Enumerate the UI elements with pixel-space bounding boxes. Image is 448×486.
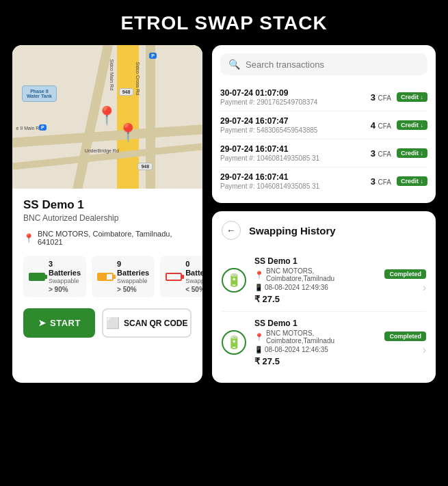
tx-right-2: 3 CFA Credit ↓ [371, 148, 427, 159]
battery-icon-yellow-fill [98, 274, 107, 280]
battery-card-yellow: 9 Batteries Swappable > 50% [92, 256, 155, 297]
tx-amount-0: 3 CFA [371, 92, 391, 103]
swap-header: ← Swapping History [222, 221, 426, 240]
tx-left-0: 30-07-24 01:07:09 Payment #: 29017625497… [220, 88, 317, 106]
battery-label-yellow: Swappable [117, 278, 149, 284]
swap-list: 🔋 SS Demo 1 📍 BNC MOTORS, Coimbatore,Tam… [222, 249, 426, 373]
main-panels: Phase IIWater Tank Sidco Main Rd Sidco C… [12, 45, 436, 383]
credit-badge-2: Credit ↓ [397, 148, 427, 158]
swap-info-0: SS Demo 1 📍 BNC MOTORS, Coimbatore,Tamil… [254, 256, 376, 304]
swap-price-1: ₹ 27.5 [254, 356, 376, 366]
battery-info-green: 3 Batteries Swappable > 90% [49, 260, 81, 293]
swap-item[interactable]: 🔋 SS Demo 1 📍 BNC MOTORS, Coimbatore,Tam… [222, 249, 426, 312]
tx-right-1: 4 CFA Credit ↓ [371, 120, 427, 131]
tx-payment-2: Payment #: 10460814935085 31 [220, 154, 319, 162]
swap-item[interactable]: 🔋 SS Demo 1 📍 BNC MOTORS, Coimbatore,Tam… [222, 312, 426, 373]
swap-time-icon-0: 📱 [254, 284, 263, 291]
map-road-sign-948-1: 948 [119, 88, 134, 96]
location-text: BNC MOTORS, Coimbatore, Tamilnadu, 64102… [38, 230, 192, 246]
credit-badge-1: Credit ↓ [397, 120, 427, 130]
swap-time-0: 08-08-2024 12:49:36 [265, 284, 328, 291]
scan-qr-icon: ⬜ [106, 316, 120, 329]
location-row: 📍 BNC MOTORS, Coimbatore, Tamilnadu, 641… [23, 230, 192, 246]
map-cross-label: Sidco Cross Rd [135, 62, 140, 96]
credit-badge-3: Credit ↓ [397, 176, 427, 186]
scan-label: SCAN QR CODE [124, 319, 187, 328]
map-water-tank-label: Phase IIWater Tank [22, 85, 57, 102]
tx-date-2: 29-07-24 16:07:41 [220, 144, 319, 154]
start-label: START [50, 318, 81, 328]
transactions-list: 30-07-24 01:07:09 Payment #: 29017625497… [220, 83, 427, 195]
battery-info-yellow: 9 Batteries Swappable > 50% [117, 260, 149, 293]
transaction-item[interactable]: 29-07-24 16:07:41 Payment #: 10460814935… [220, 139, 427, 167]
battery-pct-red: < 50% [185, 286, 202, 293]
swap-time-icon-1: 📱 [254, 346, 263, 353]
map-bus-badge-2: P [39, 124, 47, 131]
map-bus-badge-1: P [149, 53, 157, 59]
search-input[interactable] [246, 59, 419, 70]
swap-loc-pin-1: 📍 [254, 333, 264, 342]
swap-price-0: ₹ 27.5 [254, 294, 376, 304]
battery-count-green: 3 Batteries [49, 260, 81, 278]
battery-icon-red [166, 273, 182, 281]
app-title: ETROL SWAP STACK [120, 12, 327, 34]
location-pin-icon: 📍 [23, 233, 34, 243]
tx-date-3: 29-07-24 16:07:41 [220, 172, 319, 182]
completed-badge-1: Completed [384, 332, 426, 341]
tx-left-2: 29-07-24 16:07:41 Payment #: 10460814935… [220, 144, 319, 162]
map-pin-1: 📍 [96, 105, 118, 126]
map-underbridge-label: UnderBridge Rd [85, 148, 119, 153]
battery-label-green: Swappable [49, 278, 81, 284]
scan-qr-button[interactable]: ⬜ SCAN QR CODE [102, 308, 192, 338]
tx-date-0: 30-07-24 01:07:09 [220, 88, 317, 98]
battery-row: 3 Batteries Swappable > 90% 9 Batteries … [23, 256, 192, 297]
credit-badge-0: Credit ↓ [397, 92, 427, 102]
transaction-item[interactable]: 30-07-24 01:07:09 Payment #: 29017625497… [220, 83, 427, 111]
swap-info-1: SS Demo 1 📍 BNC MOTORS, Coimbatore,Tamil… [254, 319, 376, 366]
swap-title: Swapping History [249, 225, 336, 237]
map-road-sign-948-2: 948 [137, 163, 153, 170]
battery-card-red: 0 Batteries Swappable < 50% [160, 256, 202, 297]
completed-badge-0: Completed [384, 269, 426, 279]
station-info: SS Demo 1 BNC Autorized Dealership 📍 BNC… [12, 189, 202, 347]
tx-left-1: 29-07-24 16:07:47 Payment #: 54830654595… [220, 116, 317, 134]
start-button[interactable]: ➤ START [23, 308, 95, 338]
station-type: BNC Autorized Dealership [23, 213, 192, 223]
station-name: SS Demo 1 [23, 198, 192, 212]
search-bar[interactable]: 🔍 [220, 53, 427, 75]
swap-loc-row-0: 📍 BNC MOTORS, Coimbatore,Tamilnadu [254, 267, 376, 282]
left-panel: Phase IIWater Tank Sidco Main Rd Sidco C… [12, 45, 202, 383]
map-sidco-label: Sidco Main Rd [109, 59, 114, 90]
swap-chevron-icon-0: › [423, 282, 426, 294]
tx-amount-3: 3 CFA [371, 176, 391, 187]
tx-right-3: 3 CFA Credit ↓ [371, 176, 427, 187]
tx-amount-1: 4 CFA [371, 120, 391, 131]
battery-pct-green: > 90% [49, 286, 81, 293]
map-road-horizontal-2 [12, 143, 202, 170]
transaction-item[interactable]: 29-07-24 16:07:41 Payment #: 10460814935… [220, 167, 427, 195]
map-main-rd-label: e II Main Rd [16, 126, 42, 131]
swap-location-0: BNC MOTORS, Coimbatore,Tamilnadu [266, 267, 376, 282]
swap-station-1: SS Demo 1 [254, 319, 376, 328]
battery-count-red: 0 Batteries [185, 260, 202, 278]
swap-time-1: 08-08-2024 12:46:35 [265, 346, 328, 353]
search-icon: 🔍 [228, 59, 240, 70]
battery-count-yellow: 9 Batteries [117, 260, 149, 278]
swap-station-0: SS Demo 1 [254, 256, 376, 266]
map-pin-2: 📍 [117, 122, 139, 144]
swap-battery-icon-1: 🔋 [222, 330, 246, 355]
transactions-panel: 🔍 30-07-24 01:07:09 Payment #: 290176254… [212, 45, 436, 203]
swap-loc-row-1: 📍 BNC MOTORS, Coimbatore,Tamilnadu [254, 329, 376, 345]
battery-icon-yellow [97, 273, 114, 281]
swap-battery-icon-0: 🔋 [222, 268, 246, 293]
tx-date-1: 29-07-24 16:07:47 [220, 116, 317, 126]
battery-pct-yellow: > 50% [117, 286, 149, 293]
transaction-item[interactable]: 29-07-24 16:07:47 Payment #: 54830654595… [220, 111, 427, 139]
back-button[interactable]: ← [222, 221, 241, 240]
tx-amount-2: 3 CFA [371, 148, 391, 159]
swap-chevron-icon-1: › [423, 344, 426, 356]
tx-right-0: 3 CFA Credit ↓ [371, 92, 427, 103]
tx-payment-1: Payment #: 5483065459543885 [220, 126, 317, 134]
swap-time-row-1: 📱 08-08-2024 12:46:35 [254, 346, 376, 353]
battery-label-red: Swappable [185, 278, 202, 284]
